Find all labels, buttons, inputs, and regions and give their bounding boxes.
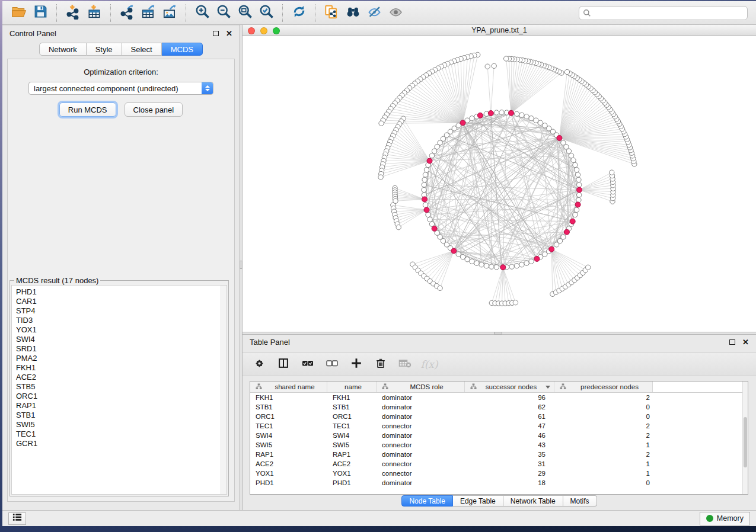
- table-row[interactable]: ACE2ACE2connector311: [250, 459, 742, 469]
- network-node[interactable]: [423, 203, 428, 207]
- column-header-name[interactable]: name: [327, 382, 377, 392]
- run-mcds-button[interactable]: Run MCDS: [59, 102, 116, 117]
- mcds-hub-node[interactable]: [460, 120, 465, 126]
- tab-select[interactable]: Select: [122, 43, 162, 56]
- close-panel-button[interactable]: Close panel: [125, 102, 183, 117]
- mcds-result-item[interactable]: RAP1: [16, 401, 220, 411]
- network-node[interactable]: [504, 56, 509, 61]
- network-node[interactable]: [573, 162, 578, 167]
- network-node[interactable]: [429, 153, 434, 158]
- network-node[interactable]: [574, 167, 579, 172]
- table-row[interactable]: SWI4SWI4dominator462: [250, 431, 742, 440]
- mcds-hub-node[interactable]: [575, 202, 580, 207]
- network-node[interactable]: [494, 265, 499, 270]
- export-table-button[interactable]: [138, 3, 159, 23]
- network-node[interactable]: [424, 167, 429, 172]
- table-row[interactable]: YOX1YOX1connector291: [250, 469, 742, 478]
- mcds-hub-node[interactable]: [424, 207, 429, 213]
- mcds-hub-node[interactable]: [577, 187, 582, 193]
- network-node[interactable]: [426, 212, 430, 217]
- optimization-select[interactable]: largest connected component (undirected): [28, 82, 213, 95]
- mcds-result-item[interactable]: TEC1: [16, 430, 220, 439]
- window-close-light[interactable]: [248, 27, 255, 34]
- network-node[interactable]: [538, 120, 543, 125]
- task-history-button[interactable]: [8, 512, 26, 525]
- network-node[interactable]: [470, 116, 474, 121]
- tab-network-table[interactable]: Network Table: [503, 495, 563, 507]
- network-node[interactable]: [519, 113, 524, 117]
- deselect-all-button[interactable]: [325, 357, 339, 371]
- mcds-result-item[interactable]: STP4: [16, 306, 220, 316]
- column-header-successor-nodes[interactable]: successor nodes: [465, 382, 554, 392]
- network-node[interactable]: [460, 254, 465, 259]
- network-node[interactable]: [423, 172, 428, 177]
- network-node[interactable]: [575, 172, 580, 177]
- table-row[interactable]: PHD1PHD1dominator180: [250, 478, 742, 488]
- network-node[interactable]: [519, 262, 524, 267]
- close-panel-icon[interactable]: ✕: [742, 338, 749, 347]
- network-node[interactable]: [396, 225, 401, 229]
- network-node[interactable]: [438, 286, 442, 290]
- network-node[interactable]: [610, 170, 614, 175]
- import-network-button[interactable]: [62, 3, 84, 23]
- network-node[interactable]: [513, 300, 518, 305]
- memory-button[interactable]: Memory: [700, 512, 750, 525]
- network-node[interactable]: [422, 182, 426, 187]
- column-header-shared-name[interactable]: shared name: [250, 382, 327, 392]
- network-node[interactable]: [422, 177, 427, 182]
- network-node[interactable]: [474, 261, 479, 265]
- network-node[interactable]: [509, 264, 514, 269]
- table-scrollbar[interactable]: [742, 382, 748, 494]
- network-node[interactable]: [484, 264, 489, 268]
- network-node[interactable]: [489, 264, 494, 269]
- mcds-hub-node[interactable]: [534, 256, 540, 261]
- mcds-result-item[interactable]: SWI4: [16, 335, 220, 344]
- close-panel-icon[interactable]: ✕: [226, 29, 232, 38]
- network-node[interactable]: [564, 69, 569, 74]
- table-row[interactable]: ORC1ORC1dominator610: [250, 412, 742, 421]
- mcds-hub-node[interactable]: [488, 111, 493, 116]
- table-row[interactable]: FKH1FKH1dominator962: [250, 393, 742, 402]
- add-column-button[interactable]: [349, 357, 363, 371]
- mcds-hub-node[interactable]: [509, 110, 514, 116]
- column-header-mcds-role[interactable]: MCDS role: [377, 382, 465, 392]
- network-node[interactable]: [422, 187, 426, 192]
- mcds-list-scrollbar[interactable]: [221, 286, 227, 494]
- network-node[interactable]: [432, 149, 436, 153]
- column-header-predecessor-nodes[interactable]: predecessor nodes: [554, 382, 653, 392]
- export-image-button[interactable]: [159, 3, 180, 23]
- network-node[interactable]: [571, 158, 576, 162]
- table-row[interactable]: TEC1TEC1connector472: [250, 421, 742, 431]
- search-input[interactable]: [579, 6, 748, 20]
- window-zoom-light[interactable]: [273, 27, 280, 34]
- zoom-out-button[interactable]: [213, 3, 234, 23]
- clone-network-button[interactable]: [321, 3, 342, 23]
- mcds-result-item[interactable]: TID3: [16, 316, 220, 325]
- tab-style[interactable]: Style: [87, 43, 122, 56]
- tab-mcds[interactable]: MCDS: [162, 43, 203, 56]
- mcds-result-item[interactable]: ORC1: [16, 392, 220, 401]
- table-settings-button[interactable]: [252, 357, 266, 371]
- open-file-button[interactable]: [8, 3, 30, 23]
- mcds-result-item[interactable]: STB5: [16, 382, 220, 392]
- network-node[interactable]: [524, 114, 529, 119]
- zoom-in-button[interactable]: [192, 3, 213, 23]
- network-node[interactable]: [529, 259, 534, 264]
- network-node[interactable]: [485, 64, 490, 69]
- import-table-button[interactable]: [84, 3, 105, 23]
- window-minimize-light[interactable]: [260, 27, 267, 34]
- network-node[interactable]: [428, 217, 432, 222]
- mcds-result-item[interactable]: YOX1: [16, 325, 220, 335]
- network-node[interactable]: [479, 262, 484, 267]
- mcds-result-list[interactable]: PHD1CAR1STP4TID3YOX1SWI4SRD1PMA2FKH1ACE2…: [12, 286, 220, 493]
- mcds-hub-node[interactable]: [570, 219, 575, 224]
- tab-edge-table[interactable]: Edge Table: [453, 495, 503, 507]
- refresh-button[interactable]: [288, 3, 310, 23]
- network-node[interactable]: [561, 140, 566, 145]
- zoom-fit-button[interactable]: [234, 3, 256, 23]
- network-node[interactable]: [573, 212, 578, 217]
- zoom-selected-button[interactable]: [256, 3, 277, 23]
- network-node[interactable]: [514, 111, 519, 116]
- mcds-result-item[interactable]: STB1: [16, 411, 220, 420]
- network-node[interactable]: [574, 207, 579, 212]
